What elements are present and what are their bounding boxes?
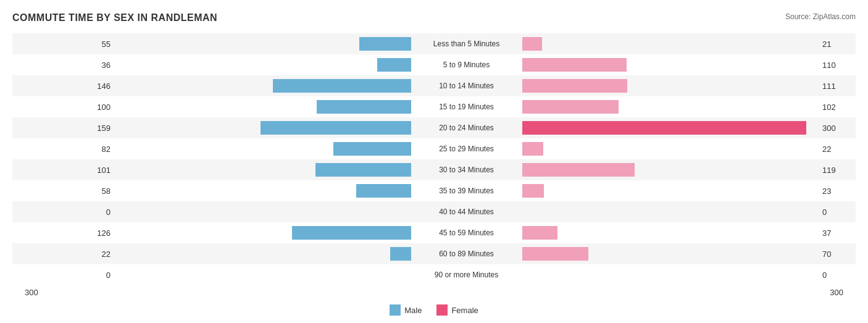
female-bar-wrap xyxy=(522,121,819,135)
row-label: 60 to 89 Minutes xyxy=(411,250,522,258)
male-bar-wrap xyxy=(114,247,411,261)
female-bar-wrap xyxy=(522,37,819,51)
male-bar xyxy=(292,226,411,240)
female-value: 0 xyxy=(819,271,856,280)
table-row: 22 60 to 89 Minutes 70 xyxy=(12,243,856,264)
male-bar-wrap xyxy=(114,142,411,156)
bar-section: Less than 5 Minutes xyxy=(114,33,819,54)
row-label: 25 to 29 Minutes xyxy=(411,145,522,153)
female-bar-wrap xyxy=(522,205,819,219)
row-label: 30 to 34 Minutes xyxy=(411,166,522,174)
table-row: 55 Less than 5 Minutes 21 xyxy=(12,33,856,54)
male-value: 36 xyxy=(12,61,114,70)
table-row: 101 30 to 34 Minutes 119 xyxy=(12,159,856,180)
row-label: 40 to 44 Minutes xyxy=(411,208,522,216)
female-bar xyxy=(522,121,806,135)
legend: Male Female xyxy=(12,304,856,316)
axis-right: 300 xyxy=(830,288,843,297)
chart-body: 55 Less than 5 Minutes 21 36 5 to 9 Minu… xyxy=(12,33,856,285)
male-bar xyxy=(356,184,411,198)
male-value: 101 xyxy=(12,166,114,175)
bar-section: 5 to 9 Minutes xyxy=(114,54,819,75)
female-bar-wrap xyxy=(522,226,819,240)
axis-labels: 300 300 xyxy=(12,288,856,297)
male-bar xyxy=(390,247,411,261)
female-bar xyxy=(522,58,627,72)
male-value: 58 xyxy=(12,187,114,196)
female-bar xyxy=(522,184,544,198)
table-row: 100 15 to 19 Minutes 102 xyxy=(12,96,856,117)
table-row: 0 90 or more Minutes 0 xyxy=(12,264,856,285)
bar-section: 15 to 19 Minutes xyxy=(114,96,819,117)
row-label: 90 or more Minutes xyxy=(411,271,522,279)
male-bar-wrap xyxy=(114,58,411,72)
female-bar-wrap xyxy=(522,268,819,282)
male-bar-wrap xyxy=(114,37,411,51)
bar-section: 60 to 89 Minutes xyxy=(114,243,819,264)
bar-section: 25 to 29 Minutes xyxy=(114,138,819,159)
female-bar-wrap xyxy=(522,58,819,72)
bar-section: 35 to 39 Minutes xyxy=(114,180,819,201)
legend-female-label: Female xyxy=(451,306,478,315)
male-bar xyxy=(273,79,411,93)
male-bar xyxy=(261,121,411,135)
male-bar-wrap xyxy=(114,205,411,219)
male-bar xyxy=(315,163,411,177)
row-label: Less than 5 Minutes xyxy=(411,40,522,48)
row-label: 10 to 14 Minutes xyxy=(411,82,522,90)
bar-section: 20 to 24 Minutes xyxy=(114,117,819,138)
female-bar-wrap xyxy=(522,79,819,93)
female-value: 119 xyxy=(819,166,856,175)
male-value: 55 xyxy=(12,40,114,49)
male-bar xyxy=(333,142,411,156)
male-bar-wrap xyxy=(114,79,411,93)
female-bar-wrap xyxy=(522,142,819,156)
legend-male-box xyxy=(390,304,401,316)
male-value: 0 xyxy=(12,208,114,217)
female-bar xyxy=(522,37,542,51)
female-bar xyxy=(522,226,557,240)
row-label: 45 to 59 Minutes xyxy=(411,229,522,237)
chart-container: COMMUTE TIME BY SEX IN RANDLEMAN Source:… xyxy=(0,0,868,323)
row-label: 5 to 9 Minutes xyxy=(411,61,522,69)
male-bar-wrap xyxy=(114,184,411,198)
table-row: 0 40 to 44 Minutes 0 xyxy=(12,201,856,222)
female-value: 110 xyxy=(819,61,856,70)
male-value: 100 xyxy=(12,103,114,112)
female-value: 111 xyxy=(819,82,856,91)
male-bar xyxy=(317,100,411,114)
legend-male-label: Male xyxy=(404,306,422,315)
female-bar-wrap xyxy=(522,184,819,198)
female-bar xyxy=(522,79,627,93)
male-value: 146 xyxy=(12,82,114,91)
table-row: 36 5 to 9 Minutes 110 xyxy=(12,54,856,75)
chart-title: COMMUTE TIME BY SEX IN RANDLEMAN xyxy=(12,12,856,23)
male-bar-wrap xyxy=(114,268,411,282)
row-label: 35 to 39 Minutes xyxy=(411,187,522,195)
female-bar xyxy=(522,142,543,156)
female-value: 0 xyxy=(819,208,856,217)
bar-section: 30 to 34 Minutes xyxy=(114,159,819,180)
table-row: 58 35 to 39 Minutes 23 xyxy=(12,180,856,201)
male-value: 22 xyxy=(12,250,114,259)
bar-section: 90 or more Minutes xyxy=(114,264,819,285)
row-label: 15 to 19 Minutes xyxy=(411,103,522,111)
bar-section: 10 to 14 Minutes xyxy=(114,75,819,96)
female-value: 22 xyxy=(819,145,856,154)
table-row: 146 10 to 14 Minutes 111 xyxy=(12,75,856,96)
bar-section: 45 to 59 Minutes xyxy=(114,222,819,243)
female-bar-wrap xyxy=(522,100,819,114)
legend-male: Male xyxy=(390,304,422,316)
female-value: 37 xyxy=(819,229,856,238)
female-bar-wrap xyxy=(522,247,819,261)
female-value: 102 xyxy=(819,103,856,112)
legend-female-box xyxy=(436,304,448,316)
source-label: Source: ZipAtlas.com xyxy=(785,12,856,21)
table-row: 159 20 to 24 Minutes 300 xyxy=(12,117,856,138)
table-row: 126 45 to 59 Minutes 37 xyxy=(12,222,856,243)
legend-female: Female xyxy=(436,304,478,316)
bar-section: 40 to 44 Minutes xyxy=(114,201,819,222)
male-bar-wrap xyxy=(114,163,411,177)
row-label: 20 to 24 Minutes xyxy=(411,124,522,132)
table-row: 82 25 to 29 Minutes 22 xyxy=(12,138,856,159)
